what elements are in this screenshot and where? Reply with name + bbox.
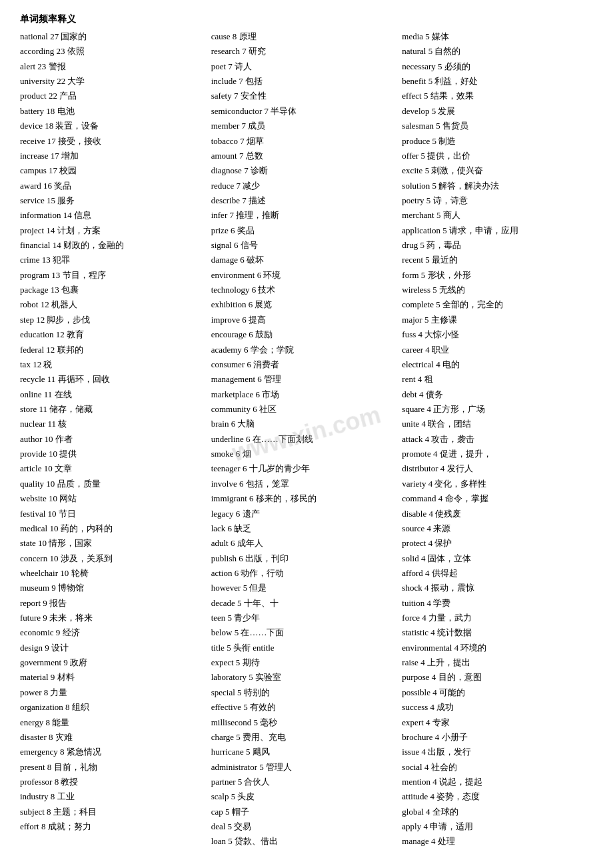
list-item: afford 4 供得起 (402, 566, 586, 581)
list-item: disable 4 使残废 (402, 507, 586, 521)
list-item: safety 7 安全性 (211, 89, 396, 103)
list-item: prize 6 奖品 (211, 223, 396, 238)
list-item: infer 7 推理，推断 (211, 208, 396, 223)
column-3: media 5 媒体natural 5 自然的necessary 5 必须的be… (402, 29, 593, 849)
list-item: scalp 5 头皮 (211, 789, 396, 804)
list-item: smoke 6 烟 (211, 447, 396, 461)
list-item: special 5 特别的 (211, 685, 396, 700)
columns-wrapper: national 27 国家的according 23 依照alert 23 警… (20, 29, 593, 849)
list-item: partner 5 合伙人 (211, 775, 396, 789)
list-item: global 4 全球的 (402, 805, 586, 819)
list-item: form 5 形状，外形 (402, 268, 586, 283)
list-item: medical 10 药的，内科的 (20, 521, 205, 536)
list-item: product 22 产品 (20, 89, 205, 103)
list-item: electrical 4 电的 (402, 357, 586, 372)
list-item: square 4 正方形，广场 (402, 402, 586, 417)
list-item: loan 5 贷款、借出 (211, 834, 396, 849)
column-2: cause 8 原理research 7 研究poet 7 诗人include … (211, 29, 402, 849)
list-item: wheelchair 10 轮椅 (20, 566, 205, 581)
list-item: academy 6 学会；学院 (211, 343, 396, 357)
list-item: device 18 装置，设备 (20, 119, 205, 133)
list-item: offer 5 提供，出价 (402, 149, 586, 163)
list-item: marketplace 6 市场 (211, 387, 396, 402)
list-item: command 4 命令，掌握 (402, 491, 586, 506)
list-item: effect 5 结果，效果 (402, 89, 586, 103)
list-item: underline 6 在……下面划线 (211, 432, 396, 447)
list-item: shock 4 振动，震惊 (402, 581, 586, 595)
list-item: project 14 计划，方案 (20, 223, 205, 238)
list-item: immigrant 6 移来的，移民的 (211, 491, 396, 506)
list-item: possible 4 可能的 (402, 685, 586, 700)
list-item: disaster 8 灾难 (20, 730, 205, 745)
list-item: laboratory 5 实验室 (211, 670, 396, 685)
list-item: online 11 在线 (20, 387, 205, 402)
list-item: attitude 4 姿势，态度 (402, 789, 586, 804)
list-item: raise 4 上升，提出 (402, 655, 586, 670)
list-item: poetry 5 诗，诗意 (402, 193, 586, 208)
list-item: concern 10 涉及，关系到 (20, 551, 205, 566)
list-item: cap 5 帽子 (211, 805, 396, 819)
list-item: damage 6 破坏 (211, 253, 396, 267)
list-item: service 15 服务 (20, 193, 205, 208)
list-item: rent 4 租 (402, 372, 586, 387)
list-item: industry 8 工业 (20, 789, 205, 804)
list-item: purpose 4 目的，意图 (402, 670, 586, 685)
list-item: teen 5 青少年 (211, 611, 396, 625)
list-item: future 9 未来，将来 (20, 611, 205, 625)
list-item: protect 4 保护 (402, 536, 586, 551)
list-item: merchant 5 商人 (402, 208, 586, 223)
list-item: provide 10 提供 (20, 447, 205, 461)
list-item: university 22 大学 (20, 74, 205, 89)
list-item: natural 5 自然的 (402, 44, 586, 59)
list-item: mention 4 说起，提起 (402, 775, 586, 789)
list-item: recycle 11 再循环，回收 (20, 372, 205, 387)
list-item: hurricane 5 飓风 (211, 745, 396, 759)
list-item: lack 6 缺乏 (211, 521, 396, 536)
list-item: distributor 4 发行人 (402, 461, 586, 476)
list-item: variety 4 变化，多样性 (402, 477, 586, 491)
list-item: major 5 主修课 (402, 313, 586, 327)
list-item: benefit 5 利益，好处 (402, 74, 586, 89)
list-item: article 10 文章 (20, 461, 205, 476)
list-item: museum 9 博物馆 (20, 581, 205, 595)
list-item: state 10 情形，国家 (20, 536, 205, 551)
list-item: package 13 包裹 (20, 283, 205, 297)
list-item: improve 6 提高 (211, 313, 396, 327)
list-item: management 6 管理 (211, 372, 396, 387)
list-item: complete 5 全部的，完全的 (402, 297, 586, 312)
list-item: necessary 5 必须的 (402, 59, 586, 74)
list-item: wireless 5 无线的 (402, 283, 586, 297)
list-item: professor 8 教授 (20, 775, 205, 789)
list-item: expert 4 专家 (402, 715, 586, 730)
list-item: robot 12 机器人 (20, 297, 205, 312)
list-item: subject 8 主题；科目 (20, 805, 205, 819)
list-item: brain 6 大脑 (211, 417, 396, 431)
list-item: charge 5 费用、充电 (211, 730, 396, 745)
list-item: environment 6 环境 (211, 268, 396, 283)
list-item: unite 4 联合，团结 (402, 417, 586, 431)
list-item: program 13 节目，程序 (20, 268, 205, 283)
list-item: fuss 4 大惊小怪 (402, 327, 586, 342)
list-item: amount 7 总数 (211, 149, 396, 163)
list-item: deal 5 交易 (211, 819, 396, 834)
list-item: financial 14 财政的，金融的 (20, 238, 205, 253)
list-item: semiconductor 7 半导体 (211, 104, 396, 119)
list-item: excite 5 刺激，使兴奋 (402, 163, 586, 178)
list-item: effective 5 有效的 (211, 700, 396, 715)
list-item: design 9 设计 (20, 641, 205, 655)
list-item: research 7 研究 (211, 44, 396, 59)
list-item: describe 7 描述 (211, 193, 396, 208)
list-item: poet 7 诗人 (211, 59, 396, 74)
list-item: action 6 动作，行动 (211, 566, 396, 581)
list-item: author 10 作者 (20, 432, 205, 447)
list-item: technology 6 技术 (211, 283, 396, 297)
list-item: however 5 但是 (211, 581, 396, 595)
list-item: according 23 依照 (20, 44, 205, 59)
list-item: teenager 6 十几岁的青少年 (211, 461, 396, 476)
list-item: report 9 报告 (20, 596, 205, 611)
list-item: debt 4 债务 (402, 387, 586, 402)
list-item: solution 5 解答，解决办法 (402, 179, 586, 193)
list-item: force 4 力量，武力 (402, 611, 586, 625)
list-item: information 14 信息 (20, 208, 205, 223)
list-item: manage 4 处理 (402, 834, 586, 849)
